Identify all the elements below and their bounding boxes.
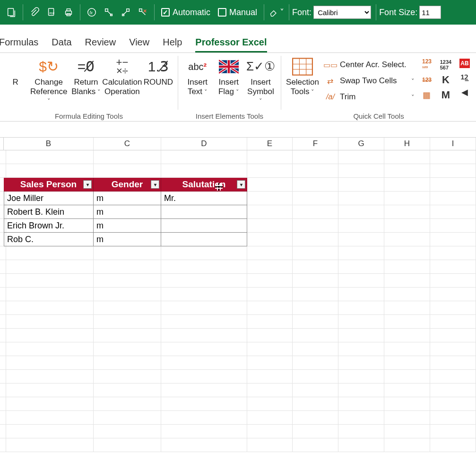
cell[interactable] [247,150,293,164]
table-cell[interactable] [161,233,247,246]
cell[interactable] [430,397,476,411]
column-header[interactable]: E [247,138,293,150]
cell[interactable] [384,411,430,425]
strikethrough-number-icon[interactable]: 123 [420,74,433,86]
cell[interactable] [338,164,384,178]
cell[interactable] [384,205,430,219]
cell[interactable] [293,219,338,233]
cell[interactable] [247,342,293,356]
tab-review[interactable]: Review [85,37,116,52]
cell[interactable] [384,246,430,260]
calc-automatic-checkbox[interactable]: Automatic [161,8,210,17]
filter-button[interactable]: ▾ [151,180,159,189]
cell[interactable] [430,205,476,219]
cell[interactable] [384,164,430,178]
cell[interactable] [161,246,247,260]
tab-data[interactable]: Data [52,37,71,52]
cell[interactable] [247,246,293,260]
cell[interactable] [293,274,338,288]
cell[interactable] [384,397,430,411]
font-select[interactable]: Calibri [313,6,371,19]
cell[interactable] [4,246,94,260]
table-cell[interactable]: m [94,205,161,219]
cell[interactable] [247,370,293,384]
cell[interactable] [247,274,293,288]
cell[interactable] [247,219,293,233]
cell[interactable] [338,438,384,452]
cell[interactable] [338,178,384,192]
cell[interactable] [384,356,430,370]
cell[interactable] [161,315,247,329]
cell[interactable] [338,233,384,246]
cell[interactable] [247,233,293,246]
cell[interactable] [94,246,161,260]
cell[interactable] [4,342,94,356]
cell[interactable] [338,315,384,329]
cell[interactable] [338,288,384,301]
cell[interactable] [430,301,476,315]
tab-view[interactable]: View [129,37,149,52]
change-reference-button[interactable]: $↻ Change Reference [28,56,69,105]
table-cell[interactable] [161,205,247,219]
cell[interactable] [4,288,94,301]
cell[interactable] [293,329,338,342]
filter-button[interactable]: ▾ [237,180,245,189]
cell[interactable] [293,178,338,192]
print-icon[interactable] [60,4,77,21]
cell[interactable] [293,301,338,315]
filter-button[interactable]: ▾ [83,180,92,189]
table-cell[interactable]: Mr. [161,192,247,205]
cell[interactable] [338,219,384,233]
swap-cells-button[interactable]: ⇄Swap Two Cells˅ [325,74,415,88]
trim-button[interactable]: /a/Trim˅ [325,90,415,104]
cell[interactable] [293,356,338,370]
cell[interactable] [430,315,476,329]
cell[interactable] [94,274,161,288]
cell[interactable] [430,342,476,356]
insert-symbol-button[interactable]: Σ✓① Insert Symbol [245,56,276,105]
cell[interactable] [4,411,94,425]
cell[interactable] [247,192,293,205]
cell[interactable] [430,164,476,178]
new-sheet-icon[interactable] [3,4,20,21]
cell[interactable] [293,192,338,205]
cell[interactable] [338,150,384,164]
cell[interactable] [4,164,94,178]
tab-help[interactable]: Help [163,37,182,52]
cell[interactable] [4,329,94,342]
cell[interactable] [247,356,293,370]
table-cell[interactable]: Erich Brown Jr. [4,219,94,233]
cell[interactable] [293,384,338,397]
tab-formulas[interactable]: Formulas [0,37,38,52]
cell[interactable] [293,150,338,164]
cell[interactable] [4,260,94,274]
table-format-icon[interactable]: ▦ [420,89,433,101]
cell[interactable] [4,150,94,164]
cell[interactable] [247,329,293,342]
cell[interactable] [338,274,384,288]
table-cell[interactable]: m [94,192,161,205]
cell[interactable] [94,356,161,370]
cell[interactable] [293,315,338,329]
column-header[interactable]: D [161,138,247,150]
cell[interactable] [94,315,161,329]
number-12-icon[interactable]: 12̲ [458,71,471,83]
table-cell[interactable]: m [94,233,161,246]
cell[interactable] [338,342,384,356]
cell[interactable] [338,205,384,219]
cell[interactable] [384,260,430,274]
cell[interactable] [430,150,476,164]
cell[interactable] [384,315,430,329]
calc-manual-checkbox[interactable]: Manual [218,8,257,17]
selection-tools-button[interactable]: Selection Tools [286,56,319,111]
insert-flag-button[interactable]: Insert Flag [214,56,243,105]
cell[interactable] [430,288,476,301]
cell[interactable] [94,260,161,274]
table-cell[interactable]: Joe Miller [4,192,94,205]
cell[interactable] [161,329,247,342]
cell[interactable] [430,274,476,288]
cell[interactable] [94,425,161,438]
cell[interactable] [384,178,430,192]
cell[interactable] [293,246,338,260]
table-header[interactable]: Gender▾ [94,178,161,192]
